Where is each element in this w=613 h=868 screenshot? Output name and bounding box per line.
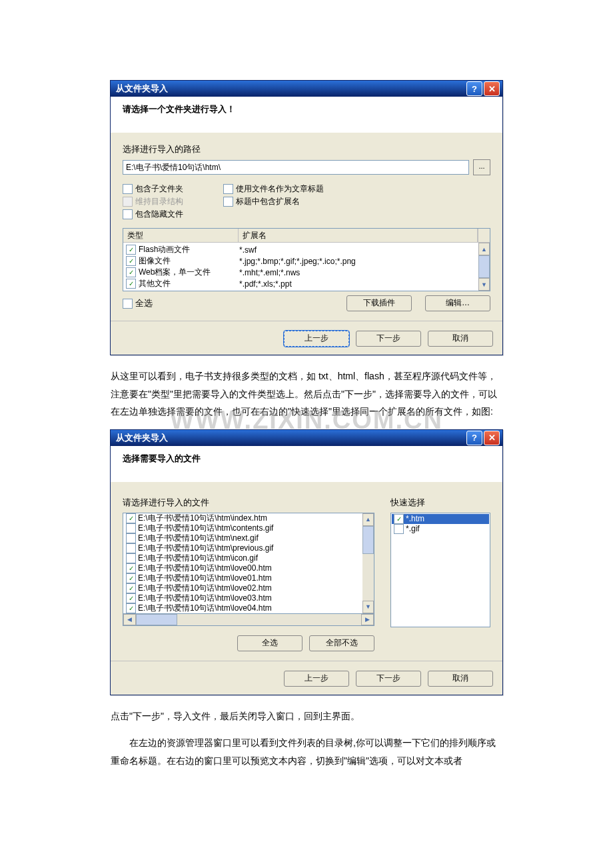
scroll-thumb[interactable] [136,614,177,625]
scroll-up-icon[interactable]: ▲ [478,243,490,255]
download-plugin-button[interactable]: 下载插件 [346,295,412,311]
file-row[interactable]: ✓E:\电子书\爱情10句话\htm\love02.htm [123,583,362,593]
scroll-track[interactable] [362,554,374,601]
file-row[interactable]: ✓E:\电子书\爱情10句话\htm\love00.htm [123,563,362,573]
checkbox-icon[interactable]: ✓ [126,245,136,255]
file-row[interactable]: E:\电子书\爱情10句话\htm\previous.gif [123,543,362,553]
option-right-1[interactable]: 标题中包含扩展名 [223,196,324,207]
cancel-button[interactable]: 取消 [428,671,493,687]
scroll-thumb[interactable] [362,526,374,554]
scroll-track[interactable] [177,614,361,625]
checkbox-icon[interactable]: ✓ [126,267,136,277]
titlebar[interactable]: 从文件夹导入 ? ✕ [111,81,502,97]
file-name: E:\电子书\爱情10句话\htm\love05.htm [138,613,272,613]
file-row[interactable]: ✓E:\电子书\爱情10句话\htm\love01.htm [123,573,362,583]
type-row[interactable]: ✓Web档案，单一文件*.mht;*.eml;*.nws [123,267,478,278]
file-row[interactable]: E:\电子书\爱情10句话\htm\icon.gif [123,553,362,563]
checkbox-icon[interactable]: ✓ [126,279,136,289]
import-from-folder-dialog-2: 从文件夹导入 ? ✕ 选择需要导入的文件 请选择进行导入的文件 ✓E:\电子书\… [110,429,503,695]
checkbox-icon[interactable]: ✓ [126,573,136,583]
paragraph-2: 点击"下一步"，导入文件，最后关闭导入窗口，回到主界面。 [111,707,502,725]
import-from-folder-dialog-1: 从文件夹导入 ? ✕ 请选择一个文件夹进行导入！ 选择进行导入的路径 E:\电子… [110,80,503,355]
ext-label: *.gif [406,524,420,533]
type-row[interactable]: ✓图像文件*.jpg;*.bmp;*.gif;*.jpeg;*.ico;*.pn… [123,255,478,267]
checkbox-icon[interactable] [123,184,133,194]
quickselect-row[interactable]: *.gif [392,524,489,534]
next-button[interactable]: 下一步 [356,331,421,347]
scroll-left-icon[interactable]: ◀ [123,614,136,625]
next-button[interactable]: 下一步 [356,671,421,687]
file-listbox[interactable]: ✓E:\电子书\爱情10句话\htm\index.htmE:\电子书\爱情10句… [123,513,374,614]
checkbox-icon[interactable] [123,299,133,309]
ext-label: *.jpg;*.bmp;*.gif;*.jpeg;*.ico;*.png [239,257,476,266]
edit-button[interactable]: 编辑… [425,295,490,311]
path-input[interactable]: E:\电子书\爱情10句话\htm\ [123,160,469,175]
file-name: E:\电子书\爱情10句话\htm\love04.htm [138,603,272,613]
paragraph-1: 从这里可以看到，电子书支持很多类型的文档，如 txt、html、flash，甚至… [111,367,502,421]
checkbox-icon[interactable] [126,533,136,543]
checkbox-icon[interactable]: ✓ [126,603,136,613]
dialog-title: 从文件夹导入 [116,432,465,444]
horizontal-scrollbar[interactable]: ◀ ▶ [123,614,374,626]
option-left-2[interactable]: 包含隐藏文件 [123,209,183,220]
help-icon[interactable]: ? [466,431,482,445]
paragraph-3: 在左边的资源管理器窗口里可以看到文件列表的目录树,你可以调整一下它们的排列顺序或… [111,734,502,769]
file-row[interactable]: E:\电子书\爱情10句话\htm\next.gif [123,533,362,543]
checkbox-icon[interactable]: ✓ [126,583,136,593]
select-all-checkbox[interactable]: 全选 [123,297,346,309]
ext-label: *.pdf;*.xls;*.ppt [239,279,476,289]
ext-label: *.mht;*.eml;*.nws [239,268,476,277]
checkbox-icon[interactable]: ✓ [394,514,404,524]
browse-button[interactable]: ... [473,159,490,175]
option-right-0[interactable]: 使用文件名作为文章标题 [223,183,324,195]
checkbox-label: 维持目录结构 [135,196,183,207]
deselect-all-button[interactable]: 全部不选 [309,635,374,651]
titlebar[interactable]: 从文件夹导入 ? ✕ [111,430,502,446]
prev-button[interactable]: 上一步 [284,331,349,347]
type-row[interactable]: ✓其他文件*.pdf;*.xls;*.ppt [123,278,478,289]
checkbox-icon[interactable] [223,184,233,194]
dialog-body: 选择进行导入的路径 E:\电子书\爱情10句话\htm\ ... 包含子文件夹维… [111,133,502,321]
checkbox-icon[interactable] [126,543,136,553]
type-label: 图像文件 [139,255,171,267]
checkbox-icon[interactable]: ✓ [126,513,136,523]
scroll-down-icon[interactable]: ▼ [362,601,374,613]
checkbox-icon[interactable] [223,197,233,207]
scroll-up-icon[interactable]: ▲ [362,513,374,526]
close-icon[interactable]: ✕ [484,431,500,445]
checkbox-icon[interactable] [126,523,136,533]
file-row[interactable]: E:\电子书\爱情10句话\htm\contents.gif [123,523,362,533]
col-type[interactable]: 类型 [123,229,239,242]
quickselect-row[interactable]: ✓*.htm [392,514,489,524]
type-row[interactable]: ✓Flash动画文件*.swf [123,244,478,255]
vertical-scrollbar[interactable]: ▲ ▼ [362,513,374,613]
checkbox-icon[interactable]: ✓ [126,593,136,603]
file-row[interactable]: ✓E:\电子书\爱情10句话\htm\love03.htm [123,593,362,603]
option-left-0[interactable]: 包含子文件夹 [123,183,183,195]
ext-label: *.htm [406,514,424,523]
scroll-thumb[interactable] [478,255,490,278]
dialog-body: 请选择进行导入的文件 ✓E:\电子书\爱情10句话\htm\index.htmE… [111,482,502,661]
close-icon[interactable]: ✕ [484,81,500,96]
cancel-button[interactable]: 取消 [428,331,493,347]
listview-header: 类型 扩展名 [123,229,490,243]
checkbox-icon[interactable]: ✓ [126,256,136,266]
help-icon[interactable]: ? [466,81,482,96]
scroll-right-icon[interactable]: ▶ [361,614,374,625]
checkbox-icon[interactable] [126,553,136,563]
dialog-title: 从文件夹导入 [116,83,465,95]
vertical-scrollbar[interactable]: ▲ ▼ [478,243,490,291]
checkbox-icon[interactable]: ✓ [126,563,136,573]
prev-button[interactable]: 上一步 [284,671,349,687]
checkbox-icon[interactable] [394,524,404,534]
checkbox-icon[interactable] [123,209,133,219]
path-label: 选择进行导入的路径 [123,143,490,155]
file-row[interactable]: ✓E:\电子书\爱情10句话\htm\love04.htm [123,603,362,613]
scroll-down-icon[interactable]: ▼ [478,278,490,291]
quickselect-listbox[interactable]: ✓*.htm*.gif [390,513,490,627]
ext-label: *.swf [239,245,476,255]
checkbox-label: 包含子文件夹 [135,183,183,195]
select-all-button[interactable]: 全选 [237,635,303,651]
file-row[interactable]: ✓E:\电子书\爱情10句话\htm\index.htm [123,513,362,523]
col-ext[interactable]: 扩展名 [239,229,478,242]
